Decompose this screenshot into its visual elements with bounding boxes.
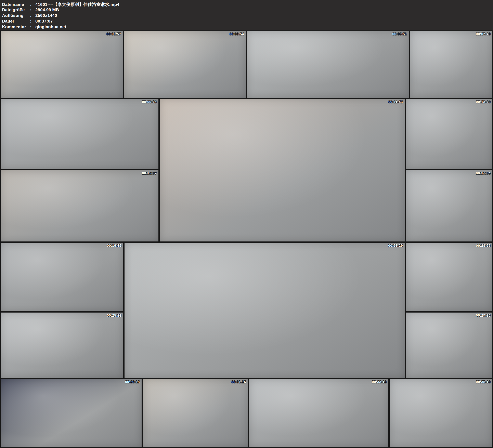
video-thumbnail: 00:27:20 <box>406 313 493 378</box>
thumbnail-timestamp: 00:29:18 <box>125 380 140 384</box>
metadata-separator: : <box>30 13 35 18</box>
thumbnail-timestamp: 00:25:23 <box>107 314 122 318</box>
metadata-label: Dateiname <box>2 2 30 7</box>
metadata-row-filesize: Dateigröße:2904.99 MB <box>2 7 493 13</box>
metadata-label: Dateigröße <box>2 7 30 12</box>
thumbnail-grid: 00:01:57 00:03:54 00:05:51 00:07:48 00:0… <box>0 31 493 448</box>
thumbnail-timestamp: 00:07:48 <box>476 32 491 36</box>
metadata-row-resolution: Auflösung:2560x1440 <box>2 13 493 19</box>
thumbnail-timestamp: 00:17:34 <box>476 171 491 176</box>
video-thumbnail: 00:25:23 <box>0 313 123 378</box>
metadata-label: Dauer <box>2 19 30 23</box>
thumbnail-timestamp: 00:33:12 <box>372 380 387 384</box>
video-thumbnail: 00:07:48 <box>410 31 493 98</box>
metadata-separator: : <box>30 7 35 12</box>
video-thumbnail-large: 00:11:43 <box>160 99 405 241</box>
file-metadata-panel: Dateiname:41601----【李大侠原创】佳佳浴室淋水.mp4 Dat… <box>0 0 493 31</box>
video-thumbnail: 00:03:54 <box>124 31 246 98</box>
video-thumbnail: 00:01:57 <box>0 31 123 98</box>
video-thumbnail: 00:05:51 <box>247 31 409 98</box>
thumbnail-timestamp: 00:19:32 <box>107 244 122 248</box>
thumbnail-timestamp: 00:31:15 <box>231 380 246 384</box>
video-thumbnail: 00:29:18 <box>0 379 142 448</box>
thumbnail-timestamp: 00:15:37 <box>142 171 157 176</box>
metadata-separator: : <box>30 2 35 7</box>
metadata-separator: : <box>30 24 35 29</box>
comment-value: qinglanhua.net <box>35 24 66 29</box>
thumbnail-timestamp: 00:05:51 <box>392 32 407 36</box>
metadata-row-duration: Dauer:00:37:07 <box>2 19 493 24</box>
video-thumbnail: 00:15:37 <box>0 170 158 241</box>
video-thumbnail: 00:33:12 <box>249 379 388 448</box>
thumbnail-timestamp: 00:01:57 <box>106 32 121 36</box>
filename-value: 41601----【李大侠原创】佳佳浴室淋水.mp4 <box>35 2 119 7</box>
resolution-value: 2560x1440 <box>35 13 57 18</box>
thumbnail-timestamp: 00:21:29 <box>388 244 403 248</box>
metadata-separator: : <box>30 19 35 23</box>
metadata-label: Auflösung <box>2 13 30 18</box>
filesize-value: 2904.99 MB <box>35 7 59 12</box>
thumbnail-timestamp: 00:13:40 <box>476 100 491 104</box>
metadata-row-filename: Dateiname:41601----【李大侠原创】佳佳浴室淋水.mp4 <box>2 2 493 7</box>
metadata-row-comment: Kommentar:qinglanhua.net <box>2 24 493 30</box>
thumbnail-timestamp: 00:09:46 <box>142 100 157 104</box>
thumbnail-timestamp: 00:23:26 <box>476 244 491 248</box>
video-thumbnail: 00:13:40 <box>406 99 493 169</box>
video-thumbnail: 00:31:15 <box>143 379 248 448</box>
video-thumbnail: 00:19:32 <box>0 243 123 311</box>
metadata-label: Kommentar <box>2 24 30 29</box>
video-thumbnail: 00:09:46 <box>0 99 158 169</box>
thumbnail-timestamp: 00:27:20 <box>476 314 491 318</box>
video-thumbnail: 00:23:26 <box>406 243 493 311</box>
thumbnail-timestamp: 00:35:10 <box>476 380 491 384</box>
video-thumbnail: 00:17:34 <box>406 170 493 241</box>
video-thumbnail: 00:35:10 <box>390 379 493 448</box>
video-thumbnail-large: 00:21:29 <box>124 243 405 378</box>
thumbnail-timestamp: 00:03:54 <box>229 32 244 36</box>
thumbnail-timestamp: 00:11:43 <box>388 100 403 104</box>
duration-value: 00:37:07 <box>35 19 53 23</box>
